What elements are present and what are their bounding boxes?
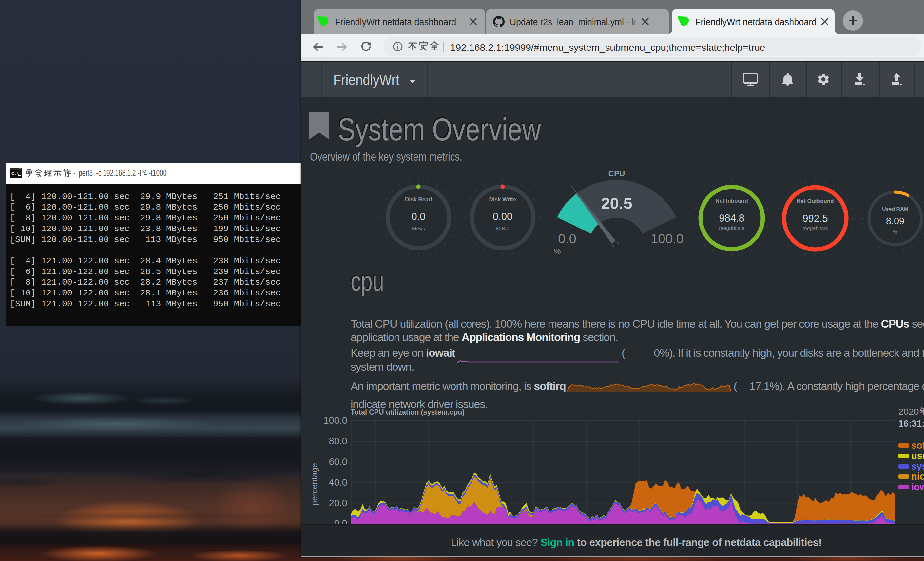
- svg-text:20.5: 20.5: [601, 194, 632, 212]
- svg-text:megabits/s: megabits/s: [802, 226, 828, 231]
- svg-text:0.0: 0.0: [411, 211, 425, 222]
- svg-text:%: %: [893, 229, 897, 235]
- svg-text:Net Inbound: Net Inbound: [715, 198, 748, 204]
- svg-text:0.0: 0.0: [558, 232, 576, 246]
- svg-text:C:\: C:\: [12, 171, 20, 176]
- svg-text:Used RAM: Used RAM: [882, 206, 908, 212]
- svg-text:Net Outbound: Net Outbound: [796, 198, 834, 204]
- svg-text:984.8: 984.8: [719, 212, 744, 224]
- svg-text:100.0: 100.0: [651, 232, 684, 246]
- svg-text:CPU: CPU: [609, 171, 625, 178]
- svg-text:0.00: 0.00: [493, 211, 513, 222]
- svg-text:8.09: 8.09: [886, 216, 904, 226]
- svg-text:Disk Read: Disk Read: [405, 196, 432, 203]
- svg-text:megabits/s: megabits/s: [719, 225, 744, 231]
- svg-text:MiB/s: MiB/s: [496, 226, 509, 232]
- svg-text:Disk Write: Disk Write: [489, 196, 516, 203]
- svg-text:992.5: 992.5: [802, 213, 828, 224]
- svg-text:%: %: [554, 247, 561, 256]
- svg-text:MiB/s: MiB/s: [412, 226, 425, 232]
